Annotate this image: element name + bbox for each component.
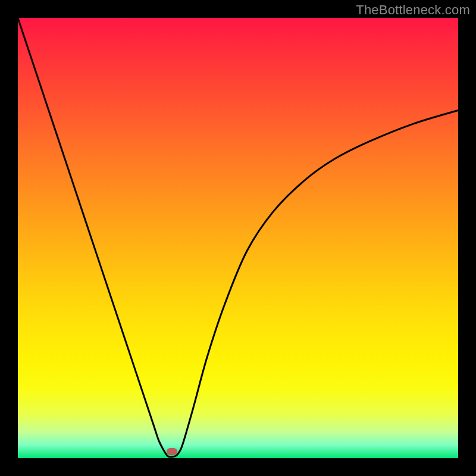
minimum-marker xyxy=(167,448,177,455)
bottleneck-curve xyxy=(18,18,458,458)
chart-plot-area xyxy=(18,18,458,458)
attribution-text: TheBottleneck.com xyxy=(356,2,470,18)
